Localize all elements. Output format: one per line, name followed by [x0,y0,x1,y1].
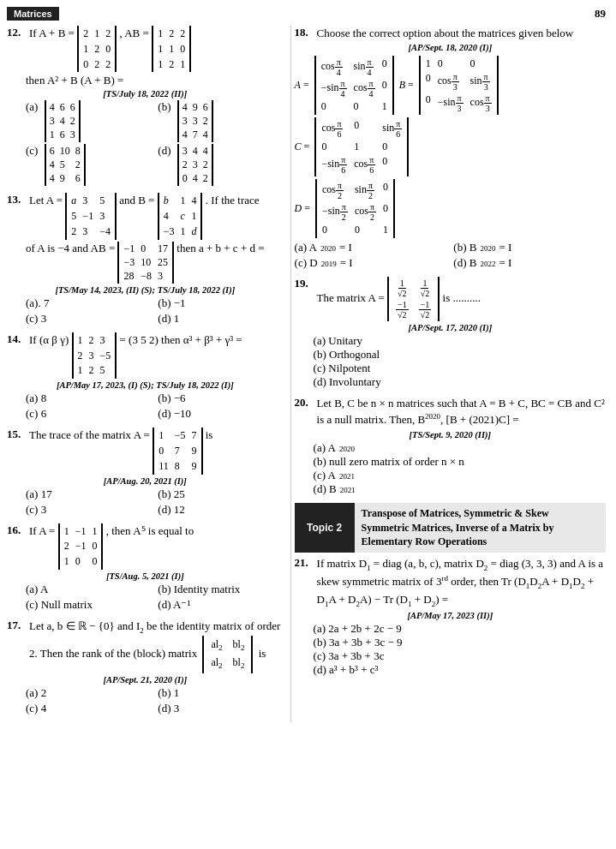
q19-opt-b: (b) Orthogonal [314,348,606,362]
page: Matrices 89 12. If A + B = 212 120 022 ,… [0,0,616,849]
q14-num: 14. [7,332,26,346]
q18-opt-b: (b) B2020 = I [453,241,606,254]
question-21: 21. If matrix D1 = diag (a, b, c), matri… [295,556,606,677]
q15-opt-c: (c) 3 [26,503,151,517]
q14-mat: 123 23−5 125 [72,332,117,379]
q15-opt-b: (b) 25 [158,487,283,501]
q16-header: 16. If A = 1−11 2−10 100 , then A⁵ is eq… [7,523,284,570]
q19-source: [AP/Sept. 17, 2020 (I)] [295,323,606,332]
q21-num: 21. [295,556,314,570]
q15-num: 15. [7,427,26,441]
q13-mat-ab: −1017 −31025 28−83 [117,242,174,284]
q12-source: [TS/July 18, 2022 (II)] [7,89,284,99]
q21-opt-a: (a) 2a + 2b + 2c − 9 [314,622,606,636]
q20-source: [TS/Sept. 9, 2020 (II)] [295,430,606,439]
q18-opt-d: (d) B2022 = I [453,256,606,270]
q19-num: 19. [295,277,314,290]
right-column: 18. Choose the correct option about the … [290,26,606,722]
q20-opt-b: (b) null zero matrix of order n × n [314,455,606,469]
topic2-label: Topic 2 [295,503,355,553]
question-15: 15. The trace of the matrix A = 1−57 079… [7,427,284,516]
q12-options: (a) 466 342 163 (b) 496 332 474 [26,100,284,186]
q20-options: (a) A2020 (b) null zero matrix of order … [314,441,606,496]
q20-opt-a: (a) A2020 [314,441,606,455]
q15-text: The trace of the matrix A = 1−57 079 118… [29,427,284,474]
q13-condition: of A is −4 and AB = −1017 −31025 28−83 t… [26,242,284,284]
q14-options: (a) 8 (b) −6 (c) 6 (d) −10 [26,392,284,421]
matrices-badge: Matrices [7,7,59,21]
q12-mat-c: 6108 452 496 [45,144,86,186]
q12-opt-c: (c) 6108 452 496 [26,144,151,186]
q20-opt-c: (c) A2021 [314,469,606,482]
q14-opt-b: (b) −6 [158,392,283,405]
q21-text: If matrix D1 = diag (a, b, c), matrix D2… [317,556,606,609]
question-13: 13. Let A = a35 5−13 23−4 and B = b14 4c… [7,193,284,325]
q13-opt-b: (b) −1 [158,296,283,310]
q18-mat-c-row: C = cosπ6 0 sinπ6 010 −sinπ6 cosπ6 0 [295,117,606,176]
q19-mat: 1√2 1√2 −1√2 −1√2 [387,277,440,321]
q12-mat-ab: 122 110 121 [152,26,191,72]
q18-mat-d-row: D = cosπ2 sinπ2 0 −sinπ2 cosπ2 0 001 [295,179,606,238]
q18-opt-a: (a) A2020 = I [295,241,447,254]
q18-text: Choose the correct option about the matr… [317,26,606,41]
q18-mat-a-row: A = cosπ4 sinπ4 0 −sinπ4 cosπ4 0 0 0 1 B… [295,56,606,115]
q12-mat-b: 496 332 474 [177,100,213,142]
q16-opt-c: (c) Null matrix [26,598,151,612]
q18-source: [AP/Sept. 18, 2020 (I)] [295,43,606,52]
q17-num: 17. [7,619,26,632]
q14-opt-d: (d) −10 [158,407,283,421]
page-number: 89 [595,7,606,21]
q21-options: (a) 2a + 2b + 2c − 9 (b) 3a + 3b + 3c − … [314,622,606,677]
q14-text: If (α β γ) 123 23−5 125 = (3 5 2) then α… [29,332,284,379]
topic2-title: Transpose of Matrices, Symmetric & Skew … [355,503,606,553]
q19-text: The matrix A = 1√2 1√2 −1√2 −1√2 is ....… [317,277,606,321]
q16-text: If A = 1−11 2−10 100 , then A⁵ is equal … [29,523,284,570]
main-content: 12. If A + B = 212 120 022 , AB = 122 11… [7,26,606,722]
q21-opt-b: (b) 3a + 3b + 3c − 9 [314,636,606,649]
q13-mat-a: a35 5−13 23−4 [65,193,117,239]
q17-block-mat: al2bl2 al2bl2 [202,636,253,673]
q17-opt-d: (d) 3 [158,702,283,715]
q20-header: 20. Let B, C be n × n matrices such that… [295,396,606,428]
q14-header: 14. If (α β γ) 123 23−5 125 = (3 5 2) th… [7,332,284,379]
question-16: 16. If A = 1−11 2−10 100 , then A⁵ is eq… [7,523,284,612]
q17-opt-a: (a) 2 [26,686,151,700]
q17-header: 17. Let a, b ∈ ℝ − {0} and I2 be the ide… [7,619,284,673]
q12-opt-a: (a) 466 342 163 [26,100,151,142]
q19-opt-d: (d) Involuntary [314,375,606,389]
q18-num: 18. [295,26,314,39]
q14-source: [AP/May 17, 2023, (I) (S); TS/July 18, 2… [7,380,284,390]
q12-header: 12. If A + B = 212 120 022 , AB = 122 11… [7,26,284,72]
q19-header: 19. The matrix A = 1√2 1√2 −1√2 −1√2 is … [295,277,606,321]
q13-text: Let A = a35 5−13 23−4 and B = b14 4c1 −3… [29,193,284,239]
q13-opt-d: (d) 1 [158,312,283,326]
q17-options: (a) 2 (b) 1 (c) 4 (d) 3 [26,686,284,715]
q19-options: (a) Unitary (b) Orthogonal (c) Nilpotent… [314,334,606,389]
q16-num: 16. [7,523,26,537]
q20-opt-d: (d) B2021 [314,482,606,496]
question-12: 12. If A + B = 212 120 022 , AB = 122 11… [7,26,284,186]
question-14: 14. If (α β γ) 123 23−5 125 = (3 5 2) th… [7,332,284,421]
q18-header: 18. Choose the correct option about the … [295,26,606,41]
q17-source: [AP/Sept. 21, 2020 (I)] [7,675,284,685]
q18-mat-a: cosπ4 sinπ4 0 −sinπ4 cosπ4 0 0 0 1 [314,56,394,115]
q15-header: 15. The trace of the matrix A = 1−57 079… [7,427,284,474]
q17-text: Let a, b ∈ ℝ − {0} and I2 be the identit… [29,619,284,673]
question-17: 17. Let a, b ∈ ℝ − {0} and I2 be the ide… [7,619,284,715]
q18-mat-d: cosπ2 sinπ2 0 −sinπ2 cosπ2 0 001 [315,179,395,238]
q15-options: (a) 17 (b) 25 (c) 3 (d) 12 [26,487,284,517]
q12-opt-d: (d) 344 232 042 [158,144,283,186]
q16-opt-a: (a) A [26,583,151,596]
q14-opt-c: (c) 6 [26,407,151,421]
q13-options: (a). 7 (b) −1 (c) 3 (d) 1 [26,296,284,326]
q17-opt-c: (c) 4 [26,702,151,715]
question-19: 19. The matrix A = 1√2 1√2 −1√2 −1√2 is … [295,277,606,389]
q17-opt-b: (b) 1 [158,686,283,700]
q13-header: 13. Let A = a35 5−13 23−4 and B = b14 4c… [7,193,284,239]
q18-mat-b: 100 0cosπ3sinπ3 0−sinπ3cosπ3 [419,56,499,115]
q13-num: 13. [7,193,26,206]
q16-mat: 1−11 2−10 100 [58,523,104,570]
q18-opt-c: (c) D2019 = I [295,256,447,270]
q12-mat-a: 466 342 163 [45,100,81,142]
q16-options: (a) A (b) Identity matrix (c) Null matri… [26,583,284,612]
